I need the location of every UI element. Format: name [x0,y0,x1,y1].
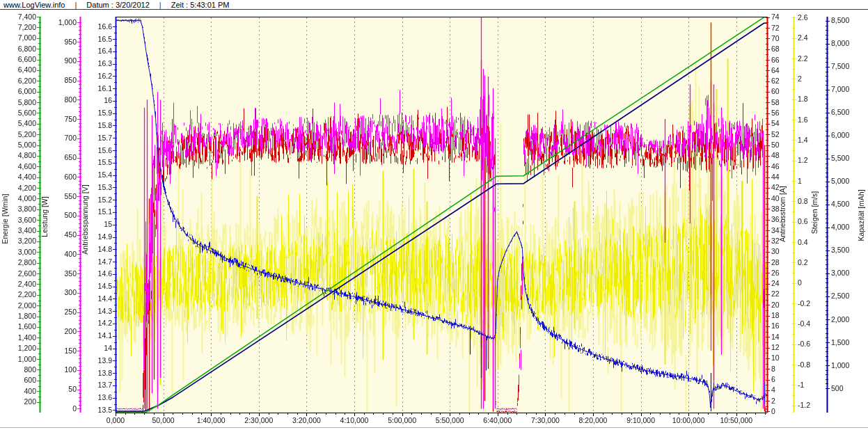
chart-canvas[interactable] [0,0,868,430]
header-bar: www.LogView.info|Datum : 3/20/2012|Zeit … [0,0,868,10]
logview-window: www.LogView.info|Datum : 3/20/2012|Zeit … [0,0,868,430]
header-time-label: Zeit : 5:43:01 PM [171,1,230,9]
header-date-label: Datum : 3/20/2012 [86,1,150,9]
header-separator: | [74,0,77,10]
header-separator: | [159,0,161,10]
header-site-label: www.LogView.info [3,1,65,9]
